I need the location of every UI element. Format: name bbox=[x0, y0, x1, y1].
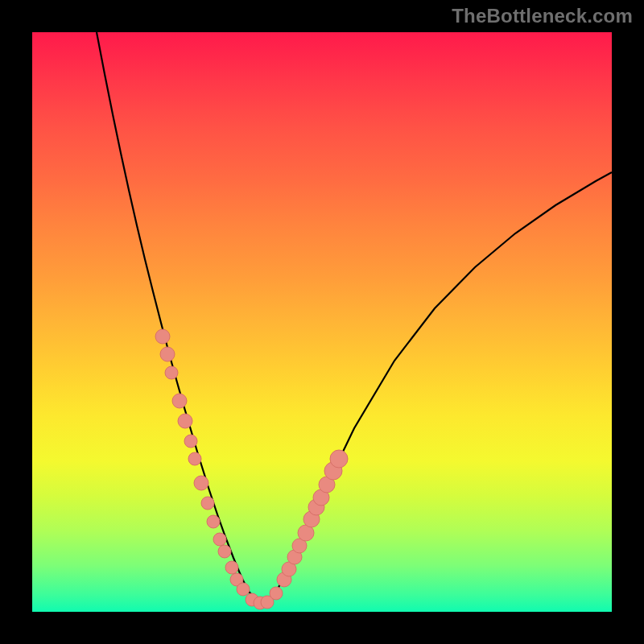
curve-marker bbox=[178, 414, 192, 428]
curve-marker bbox=[201, 497, 214, 510]
curve-marker bbox=[155, 329, 170, 344]
watermark-text: TheBottleneck.com bbox=[452, 5, 633, 27]
curve-marker bbox=[207, 515, 220, 528]
chart-frame: TheBottleneck.com bbox=[0, 0, 644, 644]
curve-marker bbox=[225, 561, 238, 574]
curve-marker bbox=[184, 435, 197, 448]
curve-marker bbox=[172, 394, 187, 408]
chart-svg bbox=[32, 32, 612, 612]
curve-marker bbox=[194, 476, 208, 490]
curve-marker bbox=[330, 450, 348, 468]
curve-marker bbox=[188, 452, 201, 465]
curve-marker bbox=[270, 587, 283, 600]
plot-area bbox=[32, 32, 612, 612]
curve-marker bbox=[213, 533, 226, 546]
bottleneck-curve bbox=[97, 32, 612, 602]
curve-marker bbox=[165, 366, 178, 379]
curve-markers bbox=[155, 329, 348, 609]
curve-marker bbox=[218, 545, 231, 558]
curve-marker bbox=[160, 347, 175, 361]
curve-marker bbox=[237, 583, 250, 596]
